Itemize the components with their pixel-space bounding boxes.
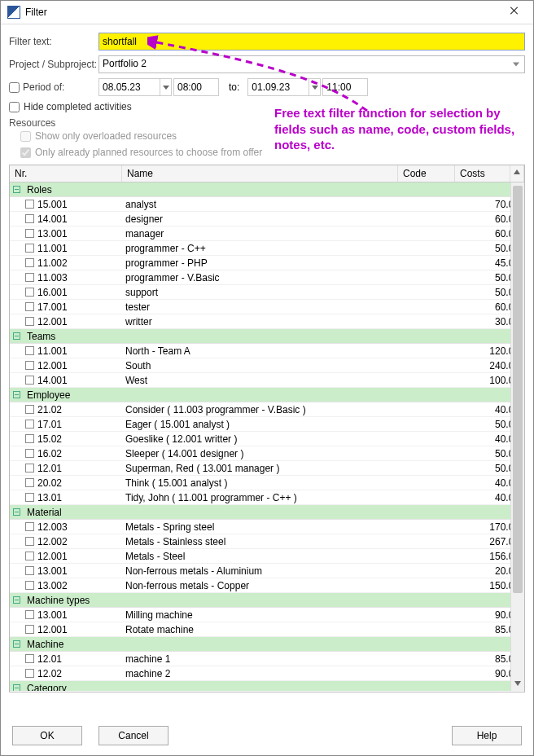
row-checkbox[interactable] [25, 493, 34, 502]
row-checkbox[interactable] [25, 566, 34, 575]
header-nr[interactable]: Nr. [10, 165, 122, 182]
table-row[interactable]: 17.001tester60.00 [10, 300, 524, 314]
row-checkbox[interactable] [25, 346, 34, 355]
row-checkbox[interactable] [25, 200, 34, 209]
table-row[interactable]: 12.001South240.00 [10, 358, 524, 373]
collapse-icon[interactable] [13, 640, 20, 648]
table-row[interactable]: 15.02Goeslike ( 12.001 writter )40.00 [10, 432, 524, 446]
row-checkbox[interactable] [25, 405, 34, 414]
scroll-down-icon[interactable] [513, 678, 523, 689]
row-nr: 13.01 [37, 492, 124, 503]
cancel-button[interactable]: Cancel [98, 726, 169, 745]
row-nr: 15.001 [37, 199, 124, 210]
row-checkbox[interactable] [25, 420, 34, 429]
row-name: Think ( 15.001 analyst ) [124, 477, 409, 489]
table-row[interactable]: 14.001designer60.00 [10, 212, 524, 226]
table-row[interactable]: 12.002Metals - Stainless steel267.00 [10, 534, 524, 549]
scroll-up-icon[interactable] [510, 165, 524, 182]
row-checkbox[interactable] [25, 522, 34, 531]
time-from-input[interactable] [173, 78, 219, 96]
group-row[interactable]: Machine [10, 637, 524, 652]
row-checkbox[interactable] [25, 288, 34, 297]
time-to-input[interactable] [322, 78, 368, 96]
table-row[interactable]: 11.001programmer - C++50.00 [10, 241, 524, 256]
table-row[interactable]: 12.01Superman, Red ( 13.001 manager )50.… [10, 461, 524, 476]
table-row[interactable]: 12.003Metals - Spring steel170.00 [10, 520, 524, 534]
date-from-input[interactable] [98, 78, 160, 96]
row-checkbox[interactable] [25, 317, 34, 326]
ok-button[interactable]: OK [12, 726, 82, 745]
row-checkbox[interactable] [25, 229, 34, 238]
row-checkbox[interactable] [25, 625, 34, 634]
row-checkbox[interactable] [25, 214, 34, 223]
collapse-icon[interactable] [13, 508, 20, 516]
group-row[interactable]: Teams [10, 329, 524, 344]
group-row[interactable]: Machine types [10, 593, 524, 608]
row-checkbox[interactable] [25, 654, 34, 663]
table-row[interactable]: 13.001Non-ferrous metals - Aluminium20.0… [10, 564, 524, 578]
row-checkbox[interactable] [25, 376, 34, 385]
table-row[interactable]: 13.002Non-ferrous metals - Copper150.00 [10, 578, 524, 593]
table-row[interactable]: 11.003programmer - V.Basic50.00 [10, 270, 524, 285]
row-checkbox[interactable] [25, 552, 34, 560]
table-row[interactable]: 20.02Think ( 15.001 analyst )40.00 [10, 476, 524, 490]
filter-text-input[interactable] [98, 33, 525, 51]
chevron-down-icon[interactable] [160, 78, 172, 96]
group-row[interactable]: Roles [10, 182, 524, 197]
table-row[interactable]: 14.001West100.00 [10, 373, 524, 388]
table-row[interactable]: 12.02machine 290.00 [10, 666, 524, 681]
table-row[interactable]: 16.02Sleeper ( 14.001 designer )50.00 [10, 446, 524, 461]
table-header: Nr. Name Code Costs [10, 165, 524, 182]
row-checkbox[interactable] [25, 449, 34, 458]
collapse-icon[interactable] [13, 596, 20, 604]
table-row[interactable]: 13.001manager60.00 [10, 226, 524, 241]
header-costs[interactable]: Costs [455, 165, 510, 182]
collapse-icon[interactable] [13, 332, 20, 340]
chevron-down-icon[interactable] [309, 78, 321, 96]
collapse-icon[interactable] [13, 186, 20, 193]
group-row[interactable]: Material [10, 505, 524, 520]
table-row[interactable]: 13.001Milling machine90.00 [10, 608, 524, 622]
row-checkbox[interactable] [25, 537, 34, 546]
table-row[interactable]: 12.001Metals - Steel156.00 [10, 549, 524, 564]
period-checkbox[interactable] [9, 82, 20, 93]
row-checkbox[interactable] [25, 258, 34, 267]
row-checkbox[interactable] [25, 434, 34, 443]
group-row[interactable]: Employee [10, 388, 524, 402]
table-row[interactable]: 16.001support50.00 [10, 285, 524, 300]
row-checkbox[interactable] [25, 669, 34, 678]
row-checkbox[interactable] [25, 273, 34, 282]
header-name[interactable]: Name [122, 165, 398, 182]
row-name: Metals - Spring steel [124, 521, 409, 533]
scrollbar[interactable] [510, 182, 524, 691]
chevron-down-icon [513, 63, 519, 67]
filter-text-label: Filter text: [9, 36, 98, 47]
date-to-input[interactable] [247, 78, 309, 96]
row-checkbox[interactable] [25, 581, 34, 590]
table-row[interactable]: 17.01Eager ( 15.001 analyst )50.00 [10, 417, 524, 432]
row-checkbox[interactable] [25, 478, 34, 487]
header-code[interactable]: Code [398, 165, 455, 182]
table-row[interactable]: 12.01machine 185.00 [10, 652, 524, 666]
table-row[interactable]: 12.001Rotate machine85.00 [10, 622, 524, 637]
row-checkbox[interactable] [25, 610, 34, 619]
group-row[interactable]: Category [10, 681, 524, 691]
help-button[interactable]: Help [452, 726, 522, 745]
collapse-icon[interactable] [13, 391, 20, 398]
table-row[interactable]: 12.001writter30.00 [10, 314, 524, 329]
project-select[interactable]: Portfolio 2 [98, 55, 525, 73]
row-checkbox[interactable] [25, 464, 34, 472]
collapse-icon[interactable] [13, 684, 20, 691]
table-row[interactable]: 15.001analyst70.00 [10, 197, 524, 212]
row-checkbox[interactable] [25, 244, 34, 253]
table-row[interactable]: 11.001North - Team A120.00 [10, 344, 524, 358]
app-icon [7, 6, 20, 19]
hide-completed-checkbox[interactable] [9, 102, 20, 112]
close-icon[interactable] [507, 6, 527, 19]
row-checkbox[interactable] [25, 302, 34, 311]
table-row[interactable]: 21.02Consider ( 11.003 programmer - V.Ba… [10, 402, 524, 417]
table-row[interactable]: 13.01Tidy, John ( 11.001 programmer - C+… [10, 490, 524, 505]
table-row[interactable]: 11.002programmer - PHP45.00 [10, 256, 524, 270]
scroll-thumb[interactable] [513, 186, 523, 593]
row-checkbox[interactable] [25, 361, 34, 370]
